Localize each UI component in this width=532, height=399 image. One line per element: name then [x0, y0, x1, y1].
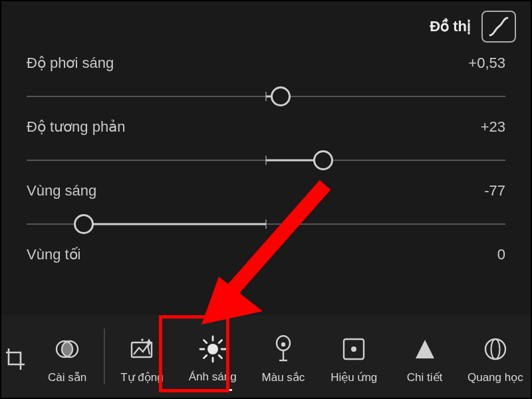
- panel-header: Đồ thị: [1, 1, 531, 49]
- presets-icon: [54, 336, 80, 362]
- toolbar-separator: [104, 329, 105, 384]
- crop-icon: [6, 347, 27, 371]
- exposure-thumb[interactable]: [271, 86, 291, 106]
- crop-tool[interactable]: [1, 315, 32, 398]
- exposure-slider[interactable]: [27, 82, 505, 110]
- svg-line-11: [219, 340, 221, 343]
- shadows-value: 0: [497, 246, 505, 263]
- exposure-value: +0,53: [468, 55, 505, 72]
- tab-effects-label: Hiệu ứng: [331, 370, 377, 384]
- contrast-slider[interactable]: [27, 146, 505, 174]
- effects-icon: [341, 336, 366, 362]
- graph-label: Đồ thị: [430, 18, 471, 35]
- contrast-row: Độ tương phản +23: [27, 118, 505, 174]
- optics-icon: [482, 336, 509, 362]
- tab-auto-label: Tự động: [120, 370, 163, 384]
- svg-point-4: [207, 344, 218, 354]
- tab-optics[interactable]: Quang học: [460, 315, 531, 398]
- tab-light[interactable]: Ánh sáng: [178, 315, 248, 398]
- color-icon: [273, 335, 293, 363]
- detail-icon: [413, 337, 437, 361]
- highlights-thumb[interactable]: [74, 214, 94, 234]
- svg-line-10: [219, 355, 221, 358]
- light-icon: [199, 335, 227, 363]
- svg-point-19: [485, 339, 505, 359]
- contrast-value: +23: [481, 118, 505, 136]
- curve-icon: [487, 15, 510, 38]
- contrast-thumb[interactable]: [313, 150, 333, 170]
- exposure-row: Độ phơi sáng +0,53: [27, 55, 505, 110]
- tab-auto[interactable]: Tự động: [106, 315, 177, 398]
- auto-icon: [128, 337, 156, 361]
- contrast-label: Độ tương phản: [27, 118, 125, 136]
- tab-light-label: Ánh sáng: [189, 370, 237, 384]
- light-sliders-panel: Độ phơi sáng +0,53 Độ tương phản +23 Vùn…: [1, 49, 531, 263]
- tab-presets-label: Cài sẵn: [48, 370, 86, 384]
- shadows-row: Vùng tối 0: [27, 246, 505, 263]
- tab-effects[interactable]: Hiệu ứng: [319, 315, 389, 398]
- tab-color[interactable]: Màu sắc: [248, 315, 319, 398]
- svg-point-20: [491, 339, 499, 359]
- bottom-toolbar: Cài sẵn Tự động: [1, 315, 531, 398]
- shadows-label: Vùng tối: [27, 246, 81, 263]
- exposure-label: Độ phơi sáng: [27, 55, 114, 72]
- highlights-row: Vùng sáng -77: [27, 182, 505, 238]
- highlights-label: Vùng sáng: [27, 182, 96, 200]
- tab-detail[interactable]: Chi tiết: [389, 315, 460, 398]
- svg-point-14: [281, 342, 285, 346]
- tab-presets[interactable]: Cài sẵn: [32, 315, 102, 398]
- tone-curve-button[interactable]: [481, 11, 516, 43]
- active-underline: [194, 389, 232, 391]
- highlights-value: -77: [484, 182, 505, 200]
- tab-color-label: Màu sắc: [262, 370, 305, 384]
- svg-point-18: [351, 346, 356, 352]
- highlights-slider[interactable]: [27, 210, 505, 238]
- tab-detail-label: Chi tiết: [407, 370, 442, 384]
- svg-point-3: [142, 338, 144, 341]
- tab-optics-label: Quang học: [467, 370, 523, 384]
- svg-line-9: [203, 340, 206, 343]
- svg-line-12: [203, 355, 206, 358]
